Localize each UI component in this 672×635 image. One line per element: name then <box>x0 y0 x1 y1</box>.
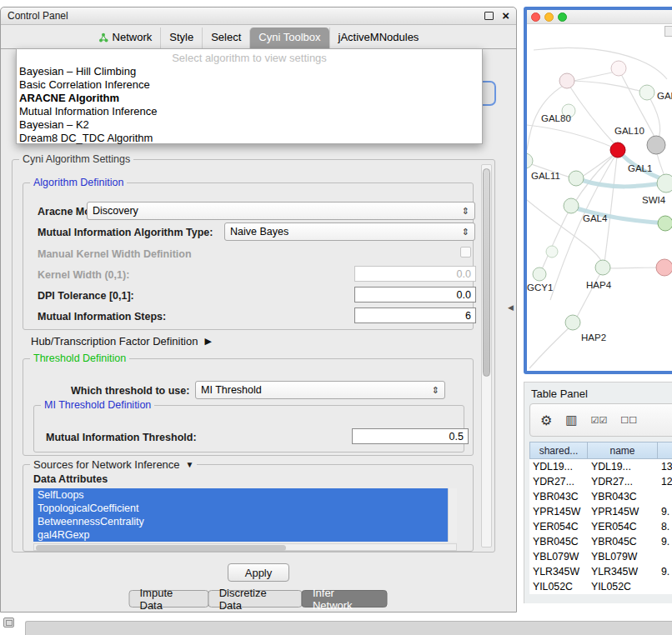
settings-scrollbar-thumb[interactable] <box>483 168 490 377</box>
node-pink-right[interactable] <box>656 259 672 276</box>
cell: YLR345W <box>588 564 658 579</box>
kernel-width-field[interactable]: 0.0 <box>354 266 476 282</box>
node-bright-green[interactable] <box>658 216 672 231</box>
tab-cyni-toolbox-label: Cyni Toolbox <box>258 31 320 43</box>
algorithm-popup-placeholder: Select algorithm to view settings <box>17 52 482 65</box>
mi-steps-field[interactable]: 6 <box>354 308 476 323</box>
table-row[interactable]: YLR345W YLR345W 9. <box>529 564 672 579</box>
node-gray[interactable] <box>647 136 665 154</box>
dpi-tolerance-label: DPI Tolerance [0,1]: <box>38 290 134 302</box>
attributes-hscroll-thumb[interactable] <box>36 545 286 551</box>
cell: YDL19... <box>529 459 588 474</box>
algorithm-option[interactable]: Dream8 DC_TDC Algorithm <box>17 132 482 145</box>
apply-button[interactable]: Apply <box>228 563 289 582</box>
cell <box>658 489 672 504</box>
node-label: HAP4 <box>586 280 612 290</box>
node-faint-small[interactable] <box>546 246 558 258</box>
algorithm-option[interactable]: Mutual Information Inference <box>17 105 482 118</box>
mi-type-select[interactable]: Naive Bayes ⇕ <box>224 222 475 241</box>
node-gal-top[interactable] <box>639 85 654 100</box>
attributes-list-hscrollbar[interactable] <box>33 543 457 551</box>
column-header-name[interactable]: name <box>588 442 658 459</box>
table-row[interactable]: YBL079W YBL079W <box>529 549 672 564</box>
tab-infer-network[interactable]: Infer Network <box>302 590 388 608</box>
table-row[interactable]: YBR045C YBR045C 9. <box>529 534 672 549</box>
column-header-partial[interactable] <box>658 442 672 459</box>
tab-network[interactable]: Network <box>90 28 161 48</box>
table-row[interactable]: YER054C YER054C 8. <box>529 519 672 534</box>
tab-jactivemnodules[interactable]: jActiveMNodules <box>329 28 428 48</box>
tab-select-label: Select <box>211 31 241 43</box>
node-left-edge[interactable] <box>527 153 533 168</box>
node-label: GAL <box>657 91 672 101</box>
table-row[interactable]: YDR27... YDR27... 12 <box>529 474 672 489</box>
network-window-titlebar <box>527 10 672 24</box>
network-scrollbar-box[interactable] <box>664 26 672 37</box>
algorithm-dropdown-popup: Select algorithm to view settings Bayesi… <box>16 48 483 144</box>
expanded-arrow-icon: ▼ <box>186 460 194 469</box>
zoom-traffic-light[interactable] <box>558 12 567 22</box>
splitter-collapse-icon[interactable]: ◀ <box>508 303 514 312</box>
algorithm-definition-title: Algorithm Definition <box>30 177 127 188</box>
algorithm-option[interactable]: Bayesian – K2 <box>17 118 482 132</box>
collapsed-arrow-icon: ▶ <box>204 336 211 347</box>
attribute-item[interactable]: BetweennessCentrality <box>33 515 457 528</box>
minimize-traffic-light[interactable] <box>544 12 554 22</box>
gear-icon[interactable]: ⚙ <box>540 412 552 428</box>
node-label: SWI4 <box>642 195 666 205</box>
restore-panel-icon[interactable] <box>3 618 14 628</box>
attribute-item[interactable]: SelfLoops <box>33 488 457 502</box>
close-traffic-light[interactable] <box>531 12 540 22</box>
node-gal10-highlighted[interactable] <box>610 142 625 158</box>
manual-kernel-checkbox[interactable] <box>460 247 471 258</box>
node-label: GAL1 <box>628 163 652 173</box>
cyni-algorithm-settings-group: Cyni Algorithm Settings Algorithm Defini… <box>12 159 495 552</box>
close-icon[interactable]: × <box>502 10 509 22</box>
node-pale-pink-1[interactable] <box>559 73 574 88</box>
attributes-list-scrollbar[interactable] <box>448 488 457 542</box>
algorithm-option[interactable]: Basic Correlation Inference <box>17 78 482 92</box>
algorithm-option-selected[interactable]: ARACNE Algorithm <box>17 92 482 105</box>
table-row[interactable]: YIL052C YIL052C <box>529 579 672 594</box>
table-row[interactable]: YPR145W YPR145W 9. <box>529 504 672 519</box>
node-gal1[interactable] <box>657 174 672 192</box>
attribute-item[interactable]: gal4RGexp <box>33 528 457 542</box>
node-pale-pink-2[interactable] <box>611 61 626 76</box>
sources-group: Sources for Network Inference ▼ Data Att… <box>23 464 474 552</box>
table-row[interactable]: YBR043C YBR043C <box>529 489 672 504</box>
sources-expander[interactable]: Sources for Network Inference ▼ <box>30 458 197 471</box>
aracne-mode-value: Discovery <box>93 205 138 217</box>
column-header-shared-name[interactable]: shared... <box>529 442 588 459</box>
table-row[interactable]: YDL19... YDL19... 13 <box>529 459 672 474</box>
screen: Control Panel × Network Style Select <box>0 0 672 635</box>
hub-definition-expander[interactable]: Hub/Transcription Factor Definition ▶ <box>31 335 212 348</box>
tab-network-label: Network <box>113 31 153 43</box>
algorithm-option[interactable]: Bayesian – Hill Climbing <box>17 65 482 78</box>
mi-steps-value: 6 <box>465 310 471 322</box>
bottom-tabbar: Impute Data Discretize Data Infer Networ… <box>130 590 388 608</box>
node-hap4[interactable] <box>595 260 610 275</box>
node-gal4[interactable] <box>564 198 579 213</box>
dpi-tolerance-field[interactable]: 0.0 <box>354 287 476 302</box>
deselect-all-checkboxes-icon[interactable]: ☐☐ <box>620 415 637 426</box>
tab-discretize-data[interactable]: Discretize Data <box>208 590 303 608</box>
tab-select[interactable]: Select <box>202 28 249 48</box>
cell: YBR045C <box>588 534 658 549</box>
aracne-mode-select[interactable]: Discovery ⇕ <box>87 202 475 220</box>
tab-cyni-toolbox[interactable]: Cyni Toolbox <box>249 28 328 48</box>
which-threshold-select[interactable]: MI Threshold ⇕ <box>195 381 445 399</box>
attribute-item[interactable]: TopologicalCoefficient <box>33 502 457 515</box>
settings-scrollbar[interactable] <box>481 164 492 548</box>
node-gcy1[interactable] <box>533 268 546 281</box>
mi-threshold-field[interactable]: 0.5 <box>352 428 469 444</box>
float-window-icon[interactable] <box>484 12 494 20</box>
column-selector-icon[interactable]: ▥ <box>565 412 577 428</box>
tab-style[interactable]: Style <box>160 28 202 48</box>
select-all-checkboxes-icon[interactable]: ☑☑ <box>591 415 608 426</box>
network-canvas[interactable]: GAL GAL80 GAL10 GAL11 GAL1 SWI4 GAL4 GCY… <box>527 24 672 371</box>
cell: YER054C <box>588 519 658 534</box>
tab-impute-data[interactable]: Impute Data <box>129 590 209 608</box>
node-gal11[interactable] <box>569 171 584 186</box>
node-hap2[interactable] <box>565 315 580 330</box>
cell: 12 <box>658 474 672 489</box>
